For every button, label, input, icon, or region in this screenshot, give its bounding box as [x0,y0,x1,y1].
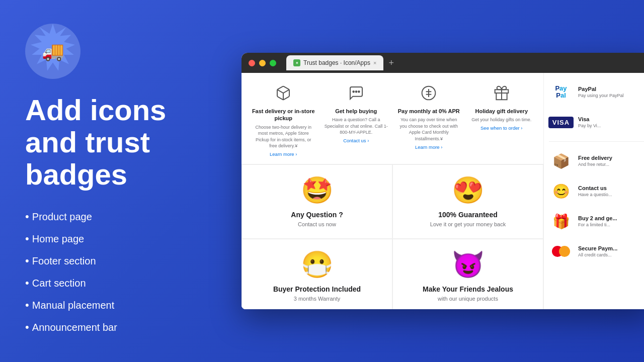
rp-sub-contact: Have a questio... [578,192,644,197]
emoji-title-jealous: Make Your Friends Jealous [423,285,513,293]
trust-link-help[interactable]: Contact us › [343,138,369,143]
trust-title-delivery: Fast delivery or in-store pickup [252,108,315,122]
dollar-svg [421,85,437,101]
rp-title-secure: Secure Paym... [578,245,644,251]
trust-link-delivery[interactable]: Learn more › [270,151,297,157]
browser-container: ✦ Trust badges · Icon/Apps × + [242,0,644,362]
close-button[interactable] [249,60,255,66]
gift-svg [494,85,510,101]
free-delivery-icon: 📦 [549,149,573,173]
rp-text-free-delivery: Free delivery And free retur... [578,155,644,167]
guaranteed-emoji: 😍 [452,175,485,206]
question-emoji: 🤩 [301,175,334,206]
badge-icon-wrapper: 🚚 [25,24,80,79]
trust-item-help: Get help buying Have a question? Call a … [323,83,390,159]
feature-item: Product page [25,206,216,228]
maximize-button[interactable] [270,60,276,66]
trust-item-pay: Pay monthly at 0% APR You can pay over t… [395,83,463,159]
tab-title: Trust badges · Icon/Apps [303,59,370,66]
protection-emoji: 😷 [301,249,334,280]
rp-title-visa: Visa [578,116,644,122]
svg-point-3 [358,91,360,93]
trust-title-pay: Pay monthly at 0% APR [398,108,460,115]
rp-title-buy2: Buy 2 and ge... [578,215,644,221]
contact-icon: 😊 [549,179,573,203]
chat-icon [348,85,364,105]
mastercard-icon [549,239,573,263]
rp-text-secure: Secure Paym... All credit cards... [578,245,644,257]
box-icon [275,85,291,105]
rp-sub-paypal: Pay using your PayPal [578,93,644,98]
feature-item: Home page [25,228,216,250]
rp-item-contact: 😊 Contact us Have a questio... [549,179,644,203]
feature-list: Product page Home page Footer section Ca… [25,206,216,338]
rp-sub-visa: Pay by Vi... [578,123,644,128]
buy2-icon: 🎁 [549,209,573,233]
main-content: Fast delivery or in-store pickup Choose … [242,73,543,309]
emoji-title-question: Any Question ? [291,211,343,219]
feature-item: Footer section [25,250,216,272]
gift-icon [494,85,510,105]
trust-link-gift[interactable]: See when to order › [480,125,522,131]
emoji-sub-question: Contact us now [298,221,336,228]
browser-window: ✦ Trust badges · Icon/Apps × + [242,53,644,309]
browser-titlebar: ✦ Trust badges · Icon/Apps × + [242,53,644,73]
emoji-sub-guaranteed: Love it or get your money back [430,221,506,228]
trust-item-gift: Holiday gift delivery Get your holiday g… [468,83,536,159]
emoji-cell-protection: 😷 Buyer Protection Included 3 months War… [242,239,392,309]
emoji-title-protection: Buyer Protection Included [273,285,361,293]
svg-point-2 [355,91,357,93]
svg-point-1 [353,91,354,93]
rp-text-contact: Contact us Have a questio... [578,185,644,197]
visa-logo: VISA [548,117,574,128]
paypal-icon: Pay Pal [549,80,573,104]
rp-text-buy2: Buy 2 and ge... For a limited ti... [578,215,644,227]
trust-item-delivery: Fast delivery or in-store pickup Choose … [250,83,317,159]
emoji-title-guaranteed: 100% Guaranteed [438,211,498,219]
tab-bar: ✦ Trust badges · Icon/Apps × + [286,55,397,70]
feature-item: Announcement bar [25,316,216,338]
visa-icon: VISA [549,110,573,134]
rp-sub-free-delivery: And free retur... [578,162,644,167]
rp-item-visa: VISA Visa Pay by Vi... [549,110,644,134]
rp-sub-buy2: For a limited ti... [578,222,644,227]
trust-link-pay[interactable]: Learn more › [415,144,442,150]
tab-close-button[interactable]: × [373,60,376,66]
rp-text-visa: Visa Pay by Vi... [578,116,644,128]
rp-item-paypal: Pay Pal PayPal Pay using your PayPal [549,80,644,104]
emoji-grid: 🤩 Any Question ? Contact us now 😍 100% G… [242,164,543,309]
rp-item-buy2: 🎁 Buy 2 and ge... For a limited ti... [549,209,644,233]
emoji-sub-jealous: with our unique products [438,295,498,303]
browser-tab[interactable]: ✦ Trust badges · Icon/Apps × [286,55,383,70]
rp-item-secure: Secure Paym... All credit cards... [549,239,644,263]
divider-1 [549,141,644,142]
trust-desc-help: Have a question? Call a Specialist or ch… [325,117,388,136]
gift-emoji: 🎁 [552,213,570,230]
right-panel: Pay Pal PayPal Pay using your PayPal VIS… [543,73,644,309]
emoji-sub-protection: 3 months Warranty [294,295,341,303]
feature-item: Manual placement [25,294,216,316]
trust-desc-gift: Get your holiday gifts on time. [471,117,531,123]
delivery-svg [275,85,291,101]
left-panel: 🚚 Add icons and trust badges Product pag… [0,4,242,358]
rp-title-free-delivery: Free delivery [578,155,644,161]
mc-orange-circle [559,246,570,257]
trust-title-gift: Holiday gift delivery [475,108,528,115]
browser-content: Fast delivery or in-store pickup Choose … [242,73,644,309]
rp-title-contact: Contact us [578,185,644,191]
emoji-cell-jealous: 😈 Make Your Friends Jealous with our uni… [392,239,543,309]
dollar-icon [421,85,437,105]
emoji-cell-question: 🤩 Any Question ? Contact us now [242,164,392,239]
rp-text-paypal: PayPal Pay using your PayPal [578,86,644,98]
rp-item-free-delivery: 📦 Free delivery And free retur... [549,149,644,173]
trust-desc-pay: You can pay over time when you choose to… [397,117,461,142]
truck-icon: 🚚 [42,41,64,62]
rp-sub-secure: All credit cards... [578,252,644,257]
jealous-emoji: 😈 [452,249,485,280]
new-tab-button[interactable]: + [385,58,397,68]
rp-title-paypal: PayPal [578,86,644,92]
minimize-button[interactable] [259,60,266,66]
box-emoji: 📦 [552,153,570,169]
trust-title-help: Get help buying [335,108,377,115]
chat-svg [348,85,364,101]
